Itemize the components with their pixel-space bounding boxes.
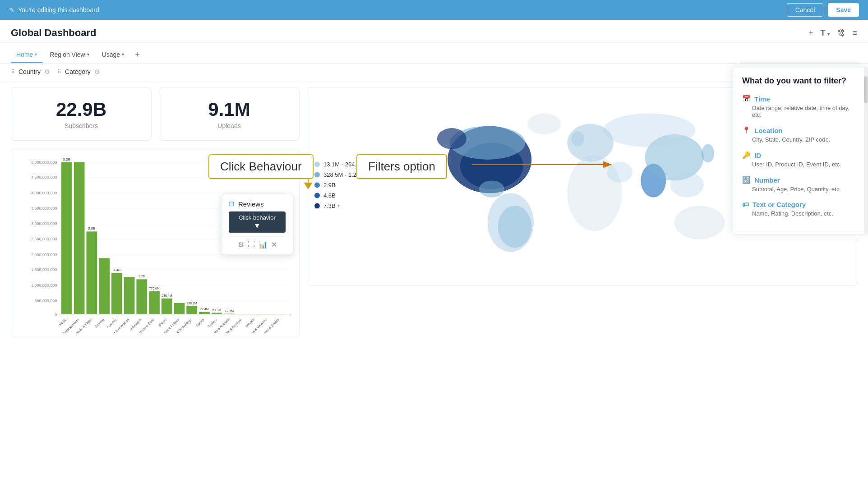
click-behavior-text: Click behavior [239, 214, 276, 221]
add-tab-button[interactable]: + [131, 46, 143, 63]
legend-label-3: 2.9B [323, 182, 336, 188]
filter-option-id-title: 🔑 ID [742, 151, 859, 159]
legend-item-5: 7.3B + [314, 202, 365, 209]
metric-card-subscribers: 22.9B Subscribers [11, 87, 152, 141]
number-description: Subtotal, Age, Price, Quantity, etc. [742, 186, 859, 193]
text-category-icon: 🏷 [742, 201, 749, 208]
svg-text:Movies: Movies [245, 317, 255, 328]
pencil-icon: ✎ [9, 6, 14, 14]
legend-label-2: 328.5M - 1.2B [323, 171, 360, 178]
link-icon[interactable]: ⛓ [837, 28, 845, 38]
tab-home[interactable]: Home ▾ [11, 47, 42, 63]
svg-text:1,000,000,000: 1,000,000,000 [31, 283, 57, 288]
filter-icon[interactable]: ≡ [852, 28, 857, 38]
filter-option-text-category[interactable]: 🏷 Text or Category Name, Rating, Descrip… [742, 201, 859, 217]
chart-action-icon[interactable]: 📊 [259, 240, 268, 249]
svg-text:1.4B: 1.4B [113, 268, 120, 272]
filter-option-number[interactable]: 🔢 Number Subtotal, Age, Price, Quantity,… [742, 176, 859, 193]
reviews-title: Reviews [238, 200, 264, 208]
legend-item-4: 4.3B [314, 192, 365, 199]
filter-chip-country: ⠿ Country ⚙ [11, 68, 50, 75]
filter-option-id[interactable]: 🔑 ID User ID, Product ID, Event ID, etc. [742, 151, 859, 168]
time-description: Date range, relative date, time of day, … [742, 105, 859, 118]
reviews-header: ⊟ Reviews [229, 200, 286, 208]
time-label: Time [754, 95, 770, 103]
svg-text:0: 0 [55, 312, 57, 317]
svg-point-84 [702, 144, 714, 162]
svg-rect-27 [86, 231, 97, 314]
close-action-icon[interactable]: ✕ [271, 240, 277, 249]
location-description: City, State, Country, ZIP code. [742, 136, 859, 143]
svg-point-73 [437, 128, 466, 149]
subscribers-value: 22.9B [22, 99, 140, 120]
metric-cards: 22.9B Subscribers 9.1M Uploads [11, 87, 300, 141]
number-label: Number [754, 176, 780, 184]
filter-option-location-title: 📍 Location [742, 126, 859, 134]
expand-action-icon[interactable]: ⛶ [248, 240, 255, 249]
svg-text:4,000,000,000: 4,000,000,000 [31, 191, 57, 195]
svg-rect-24 [61, 162, 72, 314]
svg-text:775.6M: 775.6M [149, 287, 159, 290]
gear-icon-country[interactable]: ⚙ [44, 68, 50, 75]
legend-dot-1 [314, 161, 320, 167]
drag-handle-country[interactable]: ⠿ [11, 69, 15, 75]
svg-text:12.5M: 12.5M [225, 309, 234, 312]
svg-text:536.4M: 536.4M [162, 294, 172, 297]
add-element-icon[interactable]: + [808, 28, 813, 38]
id-description: User ID, Product ID, Event ID, etc. [742, 161, 859, 168]
time-icon: 📅 [742, 95, 751, 103]
filter-option-time[interactable]: 📅 Time Date range, relative date, time o… [742, 95, 859, 118]
filter-label-category: Category [65, 68, 91, 75]
svg-text:500,000,000: 500,000,000 [35, 299, 57, 303]
editing-actions: Cancel Save [787, 3, 859, 17]
svg-point-85 [674, 206, 725, 239]
filter-label-country: Country [18, 68, 41, 75]
tab-region-chevron: ▾ [87, 52, 89, 57]
settings-action-icon[interactable]: ⚙ [238, 240, 244, 249]
svg-text:3,000,000,000: 3,000,000,000 [31, 221, 57, 226]
location-icon: 📍 [742, 126, 751, 134]
legend-label-5: 7.3B + [323, 202, 341, 209]
filter-panel-title: What do you want to filter? [742, 76, 859, 86]
svg-rect-35 [149, 291, 160, 314]
id-icon: 🔑 [742, 151, 751, 159]
svg-point-86 [527, 114, 561, 135]
scrollbar-track [864, 67, 868, 234]
svg-rect-46 [224, 314, 235, 314]
filter-option-text-category-title: 🏷 Text or Category [742, 201, 859, 208]
filter-option-location[interactable]: 📍 Location City, State, Country, ZIP cod… [742, 126, 859, 143]
uploads-label: Uploads [170, 122, 288, 129]
reviews-actions: ⚙ ⛶ 📊 ✕ [229, 236, 286, 249]
editing-message: ✎ You're editing this dashboard. [9, 6, 101, 14]
svg-rect-32 [124, 277, 135, 314]
reviews-icon: ⊟ [229, 200, 235, 208]
svg-text:4,500,000,000: 4,500,000,000 [31, 175, 57, 179]
svg-rect-42 [199, 312, 210, 314]
filter-chip-category: ⠿ Category ⚙ [57, 68, 100, 75]
tab-usage-label: Usage [102, 51, 120, 58]
tabs-bar: Home ▾ Region View ▾ Usage ▾ + [0, 43, 868, 64]
svg-text:Trailers: Trailers [207, 317, 217, 328]
drag-handle-category[interactable]: ⠿ [57, 69, 61, 75]
filter-option-time-title: 📅 Time [742, 95, 859, 103]
svg-text:Sports: Sports [195, 317, 205, 327]
cancel-button[interactable]: Cancel [787, 3, 824, 17]
tab-home-chevron: ▾ [35, 52, 37, 57]
svg-rect-26 [74, 162, 85, 314]
legend-dot-2 [314, 172, 320, 177]
gear-icon-category[interactable]: ⚙ [94, 68, 100, 75]
main-content: Global Dashboard + T ▾ ⛓ ≡ Home ▾ Region… [0, 20, 868, 487]
text-icon[interactable]: T ▾ [820, 28, 830, 38]
tab-usage[interactable]: Usage ▾ [97, 47, 129, 63]
svg-text:2.8B: 2.8B [88, 226, 95, 230]
svg-text:1.2B: 1.2B [138, 274, 145, 278]
scrollbar-thumb[interactable] [864, 76, 868, 103]
svg-rect-37 [162, 299, 172, 314]
editing-text: You're editing this dashboard. [18, 6, 101, 14]
legend-dot-5 [314, 203, 320, 208]
down-arrow-icon: ▼ [234, 222, 280, 230]
tab-region-view[interactable]: Region View ▾ [44, 47, 94, 63]
callout-filters-option: Filters option [356, 154, 447, 179]
save-button[interactable]: Save [828, 3, 859, 17]
svg-point-83 [670, 172, 703, 198]
